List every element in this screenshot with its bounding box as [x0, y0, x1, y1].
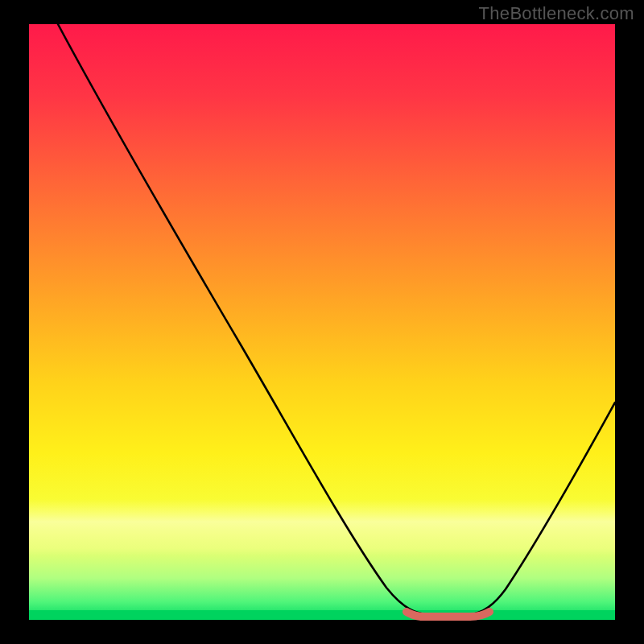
- green-baseline: [29, 610, 615, 620]
- chart-frame: TheBottleneck.com: [0, 0, 644, 644]
- watermark-text: TheBottleneck.com: [479, 3, 634, 24]
- pale-band: [29, 499, 615, 555]
- bottleneck-chart: [0, 0, 644, 644]
